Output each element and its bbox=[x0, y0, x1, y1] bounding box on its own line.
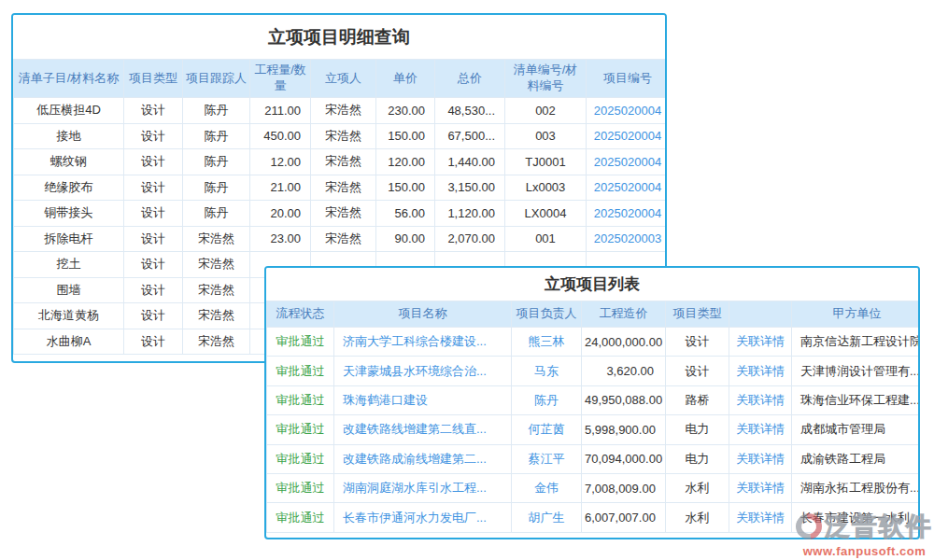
manager-link[interactable]: 金伟 bbox=[534, 481, 559, 495]
related-detail-link[interactable]: 关联详情 bbox=[736, 452, 785, 466]
initiator-cell: 宋浩然 bbox=[311, 98, 376, 124]
project-number-link[interactable]: 2025020003 bbox=[594, 231, 661, 245]
project-name-link[interactable]: 改建铁路成渝线增建第二... bbox=[343, 452, 487, 466]
type-cell: 电力 bbox=[666, 415, 729, 444]
project-number-link[interactable]: 2025020004 bbox=[594, 180, 661, 194]
project-name-cell: 长春市伊通河水力发电厂... bbox=[334, 503, 512, 532]
manager-link[interactable]: 胡广生 bbox=[529, 511, 565, 525]
client-cell: 湖南永拓工程股份有... bbox=[792, 473, 921, 502]
manager-cell: 陈丹 bbox=[512, 385, 582, 414]
material-name-cell: 绝缘胶布 bbox=[14, 175, 124, 201]
list-code-cell: 003 bbox=[505, 123, 587, 149]
detail-table-row[interactable]: 绝缘胶布 设计 陈丹 21.00 宋浩然 150.00 3,150.00 Lx0… bbox=[14, 175, 668, 201]
manager-link[interactable]: 熊三林 bbox=[529, 334, 565, 348]
detail-link-cell: 关联详情 bbox=[729, 473, 792, 502]
type-cell: 设计 bbox=[666, 357, 729, 385]
tracker-cell: 陈丹 bbox=[183, 149, 250, 175]
project-number-link[interactable]: 2025020004 bbox=[594, 104, 661, 118]
detail-table-row[interactable]: 拆除电杆 设计 宋浩然 23.00 宋浩然 90.00 2,070.00 001… bbox=[14, 226, 668, 252]
project-type-cell: 设计 bbox=[124, 329, 183, 355]
list-code-cell: 002 bbox=[505, 98, 587, 124]
detail-column-header: 工程量/数量 bbox=[250, 60, 311, 98]
related-detail-link[interactable]: 关联详情 bbox=[736, 511, 785, 525]
tracker-cell: 陈丹 bbox=[183, 98, 250, 124]
quantity-cell: 21.00 bbox=[250, 175, 311, 201]
project-list-row[interactable]: 审批通过 济南大学工科综合楼建设... 熊三林 24,000,000.00 设计… bbox=[267, 328, 921, 357]
unit-price-cell: 120.00 bbox=[376, 149, 435, 175]
status-badge: 审批通过 bbox=[276, 422, 325, 436]
project-type-cell: 设计 bbox=[124, 123, 183, 149]
project-list-row[interactable]: 审批通过 湖南洞庭湖水库引水工程... 金伟 7,008,009.00 水利 关… bbox=[267, 473, 921, 502]
cost-cell: 70,094,000.00 bbox=[582, 444, 666, 473]
project-name-link[interactable]: 珠海鹤港口建设 bbox=[343, 393, 428, 407]
material-name-cell: 围墙 bbox=[14, 277, 124, 303]
manager-link[interactable]: 陈丹 bbox=[534, 393, 559, 407]
cost-cell: 3,620.00 bbox=[582, 357, 666, 385]
related-detail-link[interactable]: 关联详情 bbox=[736, 393, 785, 407]
material-name-cell: 铜带接头 bbox=[14, 201, 124, 227]
manager-link[interactable]: 蔡江平 bbox=[529, 452, 565, 466]
detail-table-row[interactable]: 铜带接头 设计 陈丹 20.00 宋浩然 56.00 1,120.00 LX00… bbox=[14, 201, 668, 227]
total-price-cell: 3,150.00 bbox=[435, 175, 505, 201]
tracker-cell: 陈丹 bbox=[183, 201, 250, 227]
project-name-link[interactable]: 济南大学工科综合楼建设... bbox=[343, 334, 487, 348]
list-code-cell: Lx0003 bbox=[505, 175, 587, 201]
project-name-link[interactable]: 天津蒙城县水环境综合治... bbox=[343, 364, 487, 378]
status-badge: 审批通过 bbox=[276, 511, 325, 525]
list-column-header: 项目负责人 bbox=[512, 301, 582, 328]
related-detail-link[interactable]: 关联详情 bbox=[736, 364, 785, 378]
project-name-link[interactable]: 长春市伊通河水力发电厂... bbox=[343, 511, 487, 525]
list-column-header: 流程状态 bbox=[267, 301, 334, 328]
project-list-row[interactable]: 审批通过 长春市伊通河水力发电厂... 胡广生 6,007,007.00 水利 … bbox=[267, 503, 921, 532]
project-number-cell: 2025020003 bbox=[587, 226, 668, 252]
status-badge: 审批通过 bbox=[276, 481, 325, 495]
project-number-cell: 2025020004 bbox=[587, 98, 668, 124]
client-cell: 成都城市管理局 bbox=[792, 415, 921, 444]
manager-link[interactable]: 马东 bbox=[534, 364, 559, 378]
project-number-cell: 2025020004 bbox=[587, 123, 668, 149]
manager-link[interactable]: 何芷茵 bbox=[529, 422, 565, 436]
unit-price-cell: 230.00 bbox=[376, 98, 435, 124]
status-cell: 审批通过 bbox=[267, 473, 334, 502]
project-name-cell: 改建铁路线增建第二线直... bbox=[334, 415, 512, 444]
project-number-link[interactable]: 2025020004 bbox=[594, 206, 661, 220]
cost-cell: 5,998,900.00 bbox=[582, 415, 666, 444]
status-badge: 审批通过 bbox=[276, 334, 325, 348]
client-cell: 南京信达新工程设计院 bbox=[792, 328, 921, 357]
quantity-cell: 20.00 bbox=[250, 201, 311, 227]
detail-table-row[interactable]: 螺纹钢 设计 陈丹 12.00 宋浩然 120.00 1,440.00 TJ00… bbox=[14, 149, 668, 175]
list-code-cell: 001 bbox=[505, 226, 587, 252]
project-list-row[interactable]: 审批通过 改建铁路线增建第二线直... 何芷茵 5,998,900.00 电力 … bbox=[267, 415, 921, 444]
status-cell: 审批通过 bbox=[267, 415, 334, 444]
project-name-cell: 改建铁路成渝线增建第二... bbox=[334, 444, 512, 473]
project-number-link[interactable]: 2025020004 bbox=[594, 129, 661, 143]
project-number-link[interactable]: 2025020004 bbox=[594, 155, 661, 169]
project-type-cell: 设计 bbox=[124, 277, 183, 303]
related-detail-link[interactable]: 关联详情 bbox=[736, 422, 785, 436]
project-list-row[interactable]: 审批通过 珠海鹤港口建设 陈丹 49,950,088.00 路桥 关联详情 珠海… bbox=[267, 385, 921, 414]
related-detail-link[interactable]: 关联详情 bbox=[736, 334, 785, 348]
type-cell: 路桥 bbox=[666, 385, 729, 414]
project-name-cell: 湖南洞庭湖水库引水工程... bbox=[334, 473, 512, 502]
project-name-link[interactable]: 改建铁路线增建第二线直... bbox=[343, 422, 487, 436]
project-name-link[interactable]: 湖南洞庭湖水库引水工程... bbox=[343, 481, 487, 495]
list-column-header bbox=[729, 301, 792, 328]
manager-cell: 蔡江平 bbox=[512, 444, 582, 473]
quantity-cell: 12.00 bbox=[250, 149, 311, 175]
detail-column-header: 项目编号 bbox=[587, 60, 668, 98]
detail-column-header: 项目类型 bbox=[124, 60, 183, 98]
related-detail-link[interactable]: 关联详情 bbox=[736, 481, 785, 495]
tracker-cell: 宋浩然 bbox=[183, 252, 250, 278]
total-price-cell: 2,070.00 bbox=[435, 226, 505, 252]
status-cell: 审批通过 bbox=[267, 328, 334, 357]
material-name-cell: 接地 bbox=[14, 123, 124, 149]
project-list-row[interactable]: 审批通过 天津蒙城县水环境综合治... 马东 3,620.00 设计 关联详情 … bbox=[267, 357, 921, 385]
detail-table-row[interactable]: 低压横担4D 设计 陈丹 211.00 宋浩然 230.00 48,530...… bbox=[14, 98, 668, 124]
quantity-cell: 211.00 bbox=[250, 98, 311, 124]
detail-table-row[interactable]: 接地 设计 陈丹 450.00 宋浩然 150.00 67,500... 003… bbox=[14, 123, 668, 149]
project-list-row[interactable]: 审批通过 改建铁路成渝线增建第二... 蔡江平 70,094,000.00 电力… bbox=[267, 444, 921, 473]
project-type-cell: 设计 bbox=[124, 226, 183, 252]
initiator-cell: 宋浩然 bbox=[311, 149, 376, 175]
list-column-header: 工程造价 bbox=[582, 301, 666, 328]
quantity-cell: 450.00 bbox=[250, 123, 311, 149]
